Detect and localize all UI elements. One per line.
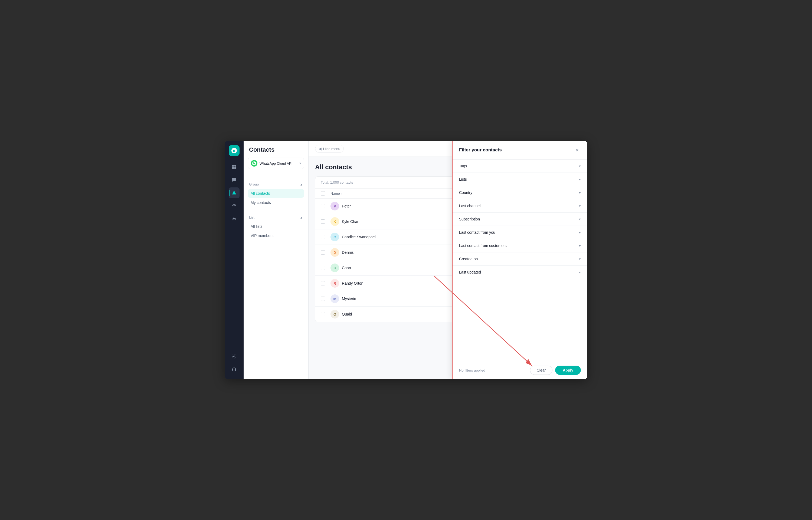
nav-broadcast-btn[interactable] bbox=[229, 201, 240, 211]
nav-chat-btn[interactable] bbox=[229, 175, 240, 185]
row-avatar: P bbox=[331, 202, 339, 210]
total-contacts-text: Total: 1,000 contacts bbox=[321, 180, 353, 184]
row-check bbox=[321, 266, 331, 270]
row-check bbox=[321, 312, 331, 316]
nav-settings-btn[interactable] bbox=[229, 351, 240, 362]
svg-point-7 bbox=[233, 218, 234, 219]
list-section-label: List bbox=[249, 215, 254, 219]
header-checkbox[interactable] bbox=[321, 191, 325, 196]
sort-icon[interactable]: ↑ bbox=[341, 192, 343, 195]
list-section-header[interactable]: List ▲ bbox=[248, 214, 304, 220]
row-check bbox=[321, 296, 331, 301]
svg-rect-2 bbox=[234, 165, 236, 166]
sidebar-item-all-contacts[interactable]: All contacts bbox=[248, 189, 304, 198]
filter-option-label: Country bbox=[459, 190, 472, 195]
sidebar-nav bbox=[225, 141, 244, 379]
filter-actions: Clear Apply bbox=[530, 366, 581, 375]
group-chevron-icon: ▲ bbox=[300, 183, 303, 186]
channel-icon bbox=[251, 160, 257, 166]
filter-options: Tags ▾ Lists ▾ Country ▾ Last channel ▾ … bbox=[453, 159, 587, 361]
filter-chevron-icon: ▾ bbox=[579, 257, 581, 261]
filter-chevron-icon: ▾ bbox=[579, 204, 581, 208]
row-checkbox[interactable] bbox=[321, 281, 325, 285]
list-chevron-icon: ▲ bbox=[300, 216, 303, 219]
nav-team-btn[interactable] bbox=[229, 213, 240, 224]
col-name-label: Name bbox=[331, 191, 340, 196]
nav-headset-btn[interactable] bbox=[229, 364, 240, 375]
row-avatar: K bbox=[331, 217, 339, 226]
svg-rect-4 bbox=[234, 167, 236, 169]
filter-header: Filter your contacts ✕ bbox=[453, 141, 587, 159]
row-avatar: D bbox=[331, 248, 339, 257]
svg-point-9 bbox=[233, 356, 235, 357]
left-panel: Contacts WhatsApp Cloud API ▾ Group ▲ Al… bbox=[244, 141, 309, 379]
hide-menu-button[interactable]: ◀ Hide menu bbox=[315, 145, 344, 153]
apply-button[interactable]: Apply bbox=[555, 366, 581, 375]
clear-button[interactable]: Clear bbox=[530, 366, 553, 375]
filter-chevron-icon: ▾ bbox=[579, 217, 581, 221]
filter-option-label: Last channel bbox=[459, 204, 480, 208]
filter-panel: Filter your contacts ✕ Tags ▾ Lists ▾ Co… bbox=[452, 141, 587, 379]
filter-chevron-icon: ▾ bbox=[579, 177, 581, 181]
row-check bbox=[321, 235, 331, 239]
row-checkbox[interactable] bbox=[321, 204, 325, 208]
group-section-header[interactable]: Group ▲ bbox=[248, 181, 304, 187]
filter-option-subscription[interactable]: Subscription ▾ bbox=[453, 213, 587, 226]
page-title: Contacts bbox=[248, 146, 304, 153]
svg-rect-3 bbox=[232, 167, 234, 169]
filter-option-label: Lists bbox=[459, 177, 467, 181]
filter-option-label: Subscription bbox=[459, 217, 480, 221]
filter-option-created-on[interactable]: Created on ▾ bbox=[453, 253, 587, 266]
row-check bbox=[321, 250, 331, 255]
filter-option-lists[interactable]: Lists ▾ bbox=[453, 173, 587, 186]
row-check bbox=[321, 281, 331, 285]
filter-option-label: Created on bbox=[459, 257, 478, 261]
row-checkbox[interactable] bbox=[321, 312, 325, 316]
filter-option-label: Tags bbox=[459, 164, 467, 168]
filter-option-label: Last contact from you bbox=[459, 230, 495, 235]
filter-option-last-channel[interactable]: Last channel ▾ bbox=[453, 199, 587, 213]
row-check bbox=[321, 204, 331, 208]
filter-option-label: Last updated bbox=[459, 270, 481, 275]
channel-selector[interactable]: WhatsApp Cloud API ▾ bbox=[248, 158, 304, 169]
app-container: Contacts WhatsApp Cloud API ▾ Group ▲ Al… bbox=[225, 141, 587, 379]
filter-footer: No filters applied Clear Apply bbox=[453, 361, 587, 379]
filter-option-last-contact-from-customers[interactable]: Last contact from customers ▾ bbox=[453, 239, 587, 253]
row-checkbox[interactable] bbox=[321, 235, 325, 239]
hide-menu-label: Hide menu bbox=[323, 147, 340, 151]
divider-1 bbox=[248, 178, 304, 178]
sidebar-item-all-lists[interactable]: All lists bbox=[248, 222, 304, 231]
row-avatar: C bbox=[331, 263, 339, 272]
channel-chevron-icon: ▾ bbox=[299, 161, 301, 165]
row-checkbox[interactable] bbox=[321, 296, 325, 301]
svg-point-6 bbox=[233, 205, 235, 206]
row-checkbox[interactable] bbox=[321, 266, 325, 270]
filter-chevron-icon: ▾ bbox=[579, 270, 581, 275]
filter-chevron-icon: ▾ bbox=[579, 164, 581, 168]
nav-logo[interactable] bbox=[229, 145, 240, 156]
row-avatar: R bbox=[331, 279, 339, 288]
row-checkbox[interactable] bbox=[321, 250, 325, 255]
filter-option-last-contact-from-you[interactable]: Last contact from you ▾ bbox=[453, 226, 587, 239]
row-avatar: C bbox=[331, 233, 339, 241]
filter-option-tags[interactable]: Tags ▾ bbox=[453, 159, 587, 173]
filter-title: Filter your contacts bbox=[459, 147, 502, 153]
filter-option-label: Last contact from customers bbox=[459, 243, 507, 248]
sidebar-item-my-contacts[interactable]: My contacts bbox=[248, 198, 304, 207]
channel-name: WhatsApp Cloud API bbox=[259, 161, 297, 165]
no-filters-text: No filters applied bbox=[459, 368, 485, 372]
filter-chevron-icon: ▾ bbox=[579, 191, 581, 195]
divider-2 bbox=[248, 211, 304, 211]
main-content: ◀ Hide menu All contacts Total: 1,000 co… bbox=[309, 141, 587, 379]
nav-grid-btn[interactable] bbox=[229, 161, 240, 172]
filter-chevron-icon: ▾ bbox=[579, 231, 581, 235]
row-checkbox[interactable] bbox=[321, 219, 325, 224]
filter-option-last-updated[interactable]: Last updated ▾ bbox=[453, 266, 587, 279]
sidebar-item-vip-members[interactable]: VIP members bbox=[248, 231, 304, 240]
svg-rect-1 bbox=[232, 165, 234, 166]
filter-option-country[interactable]: Country ▾ bbox=[453, 186, 587, 199]
filter-close-button[interactable]: ✕ bbox=[573, 146, 581, 154]
back-icon: ◀ bbox=[318, 147, 321, 151]
close-icon: ✕ bbox=[576, 148, 579, 153]
nav-contacts-btn[interactable] bbox=[229, 187, 240, 198]
